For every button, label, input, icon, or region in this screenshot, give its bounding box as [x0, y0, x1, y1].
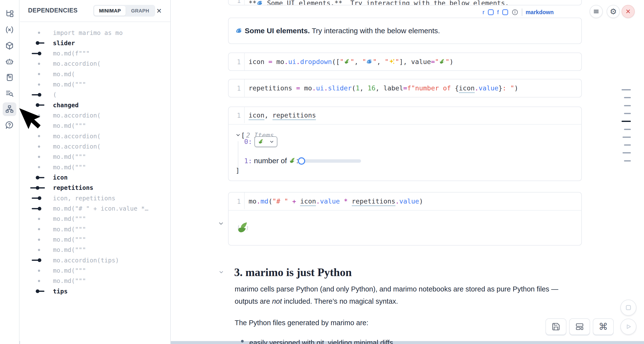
- tab-graph[interactable]: GRAPH: [126, 6, 154, 16]
- minimap-cell-row[interactable]: mo.md(f""": [20, 48, 170, 59]
- minimap-cell-row[interactable]: mo.md(""": [20, 214, 170, 224]
- code-token: " ": [385, 58, 399, 66]
- scratchpad-search-icon[interactable]: [3, 86, 16, 100]
- code-token: (: [352, 84, 356, 92]
- code-line[interactable]: icon, repetitions: [248, 111, 316, 119]
- tab-minimap[interactable]: MINIMAP: [94, 6, 126, 16]
- minimap-cell-row[interactable]: mo.accordion(: [20, 59, 170, 69]
- minimap-cell-row[interactable]: slider: [20, 38, 170, 48]
- line-number: 1: [228, 112, 241, 119]
- minimap-cell-row[interactable]: import marimo as mo: [20, 28, 170, 38]
- code-line[interactable]: icon = mo.ui.dropdown([" ", " ", " "], v…: [248, 58, 454, 66]
- f-checkbox[interactable]: [502, 9, 508, 15]
- minimap-cell-row[interactable]: mo.accordion(tips): [20, 255, 170, 265]
- code-cell-md-leaf[interactable]: 1 mo.md("# " + icon.value * repetitions.…: [228, 192, 582, 246]
- minimap-cell-row[interactable]: repetitions: [20, 183, 170, 193]
- scroll-mark[interactable]: [624, 160, 631, 161]
- markdown-source-line[interactable]: ** Some UI elements.** Try interacting w…: [248, 0, 509, 5]
- minimap-cell-row[interactable]: mo.accordion(: [20, 110, 170, 121]
- layout-icon: [575, 322, 584, 331]
- run-button[interactable]: [620, 319, 636, 335]
- save-button[interactable]: [546, 318, 566, 335]
- minimap-cell-row[interactable]: icon: [20, 173, 170, 183]
- minimap-cell-row[interactable]: mo.md(""": [20, 266, 170, 276]
- variables-icon[interactable]: [3, 23, 16, 37]
- minimap-cell-row[interactable]: mo.md(: [20, 69, 170, 79]
- dependencies-icon[interactable]: [3, 102, 16, 116]
- code-token: .: [316, 197, 320, 205]
- minimap-cell-row[interactable]: (: [20, 90, 170, 100]
- output-collapse-chevron-icon[interactable]: [218, 220, 224, 227]
- code-token: repetitions: [352, 197, 396, 206]
- scroll-mark[interactable]: [624, 105, 631, 106]
- minimap-cell-row[interactable]: changed: [20, 100, 170, 110]
- interrupt-button[interactable]: [620, 299, 636, 316]
- scroll-mark[interactable]: [624, 144, 631, 146]
- minimap-cell-label: mo.md(""": [53, 236, 86, 243]
- section-collapse-chevron-icon[interactable]: [218, 269, 224, 275]
- minimap-cell-row[interactable]: mo.md(""": [20, 152, 170, 162]
- repetitions-slider-thumb[interactable]: [298, 157, 305, 165]
- code-token: repetitions: [248, 84, 296, 92]
- packages-icon[interactable]: [3, 39, 16, 53]
- code-line[interactable]: repetitions = mo.ui.slider(1, 16, label=…: [248, 84, 518, 92]
- file-explorer-icon[interactable]: [3, 7, 16, 21]
- code-cell-slider[interactable]: 1 repetitions = mo.ui.slider(1, 16, labe…: [228, 79, 582, 97]
- repetitions-slider-track[interactable]: [298, 159, 361, 163]
- code-token: value: [478, 84, 498, 92]
- help-icon[interactable]: [3, 118, 16, 132]
- minimap-cell-row[interactable]: mo.md(""": [20, 224, 170, 234]
- minimap-cell-row[interactable]: tips: [20, 286, 170, 296]
- minimap-cell-row[interactable]: mo.md(""": [20, 276, 170, 286]
- dependency-out-icon: [30, 286, 47, 296]
- keyboard-shortcuts-button[interactable]: ⌘: [593, 318, 614, 335]
- scroll-mark[interactable]: [624, 97, 631, 98]
- scroll-mark[interactable]: [622, 137, 631, 138]
- minimap-cell-row[interactable]: mo.md(""": [20, 235, 170, 245]
- code-token: ,: [264, 111, 272, 119]
- scroll-mark[interactable]: [622, 89, 631, 90]
- cell-dot-icon: [30, 131, 47, 141]
- tree-collapse-chevron-icon[interactable]: [236, 132, 241, 138]
- minimap-cell-row[interactable]: mo.md("# " + icon.value *…: [20, 204, 170, 214]
- scroll-mark[interactable]: [624, 113, 631, 114]
- cell-output-divider: [228, 124, 581, 125]
- ai-assistant-icon[interactable]: [3, 55, 16, 68]
- scroll-mark[interactable]: [622, 152, 631, 153]
- code-token: " ": [435, 58, 450, 66]
- icon-dropdown-select[interactable]: [254, 136, 277, 147]
- snippets-icon[interactable]: [3, 71, 16, 84]
- minimap-cell-label: mo.accordion(: [53, 133, 101, 140]
- code-cell-dropdown[interactable]: 1 icon = mo.ui.dropdown([" ", " ", " "],…: [228, 53, 582, 71]
- menu-button[interactable]: [590, 5, 603, 18]
- shutdown-button[interactable]: ✕: [622, 5, 635, 18]
- code-token: .: [396, 197, 399, 205]
- code-token: [288, 197, 292, 205]
- code-token: =: [403, 84, 407, 92]
- scroll-mark-current[interactable]: [622, 121, 631, 122]
- minimap-cell-label: mo.md(: [53, 71, 75, 78]
- minimap-cell-row[interactable]: mo.accordion(: [20, 131, 170, 141]
- code-cell-tuple[interactable]: 1 icon, repetitions [ 2 Items 0: 1: numb…: [228, 106, 582, 181]
- minimap-cell-row[interactable]: mo.accordion(: [20, 141, 170, 152]
- dependencies-panel: DEPENDENCIES MINIMAP GRAPH ✕ import mari…: [20, 0, 171, 344]
- code-token: "# ": [272, 197, 288, 205]
- minimap-cell-row[interactable]: mo.md(""": [20, 121, 170, 131]
- code-token: [340, 197, 344, 205]
- code-line[interactable]: mo.md("# " + icon.value * repetitions.va…: [248, 197, 423, 205]
- minimap-cell-row[interactable]: mo.md(""": [20, 79, 170, 90]
- minimap-cell-row[interactable]: icon, repetitions: [20, 193, 170, 203]
- info-icon[interactable]: [512, 9, 518, 16]
- minimap-cell-row[interactable]: mo.md(""": [20, 162, 170, 172]
- scroll-mark[interactable]: [624, 129, 631, 130]
- markdown-source-cell-cutoff[interactable]: 1 ** Some UI elements.** Try interacting…: [228, 0, 582, 5]
- language-mode-label[interactable]: markdown: [526, 9, 554, 16]
- layout-button[interactable]: [569, 318, 590, 335]
- cell-dot-icon: [30, 152, 47, 162]
- settings-gear-button[interactable]: ⚙: [607, 5, 620, 18]
- toolbar-divider: [522, 9, 522, 16]
- close-panel-icon[interactable]: ✕: [154, 6, 164, 16]
- minimap-cell-row[interactable]: mo.md(""": [20, 245, 170, 255]
- r-checkbox[interactable]: [488, 9, 494, 15]
- dependencies-panel-header: DEPENDENCIES MINIMAP GRAPH ✕: [20, 0, 170, 22]
